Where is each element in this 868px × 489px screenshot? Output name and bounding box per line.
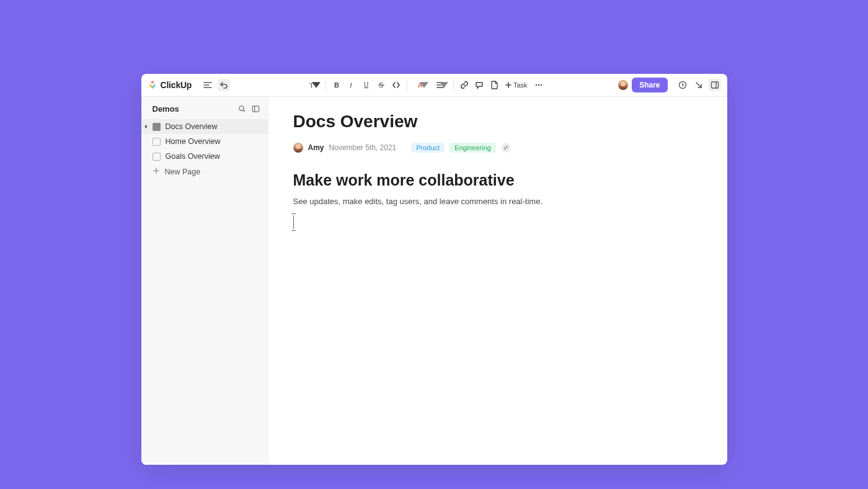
author-avatar[interactable] bbox=[293, 143, 303, 153]
svg-text:B: B bbox=[334, 81, 339, 89]
page-title[interactable]: Docs Overview bbox=[293, 112, 702, 132]
sidebar-item-label: Goals Overview bbox=[166, 152, 220, 161]
section-body[interactable]: See updates, make edits, tag users, and … bbox=[293, 195, 702, 208]
text-cursor-icon bbox=[293, 215, 294, 229]
page-icon bbox=[153, 153, 161, 161]
underline-button[interactable]: U bbox=[360, 78, 373, 92]
tag-product[interactable]: Product bbox=[411, 143, 445, 153]
sidebar-item-label: Home Overview bbox=[166, 137, 221, 146]
page-icon bbox=[153, 138, 161, 146]
attachment-button[interactable] bbox=[487, 78, 501, 92]
document-date: November 5th, 2021 bbox=[329, 143, 397, 152]
code-button[interactable] bbox=[389, 78, 403, 92]
menu-toggle-icon[interactable] bbox=[202, 79, 214, 91]
sidebar-item-label: Docs Overview bbox=[166, 122, 218, 131]
bold-button[interactable]: B bbox=[330, 78, 343, 92]
sidebar: Demos Docs Overview Home Overview Goal bbox=[141, 97, 268, 465]
svg-point-13 bbox=[239, 105, 244, 110]
svg-point-8 bbox=[538, 84, 539, 86]
app-window: ClickUp T B I U S A bbox=[141, 74, 727, 465]
sidebar-item-home-overview[interactable]: Home Overview bbox=[141, 134, 268, 149]
sidebar-header: Demos bbox=[141, 97, 268, 119]
sidebar-title: Demos bbox=[153, 104, 179, 114]
document-meta: Amy November 5th, 2021 Product Engineeri… bbox=[293, 143, 702, 153]
strikethrough-button[interactable]: S bbox=[374, 78, 388, 92]
add-task-button[interactable]: Task bbox=[502, 80, 531, 90]
sidebar-item-label: New Page bbox=[165, 168, 201, 176]
text-style-dropdown[interactable]: T bbox=[303, 78, 322, 92]
toolbar-divider bbox=[326, 79, 326, 91]
author-name: Amy bbox=[308, 143, 324, 152]
italic-button[interactable]: I bbox=[345, 78, 358, 92]
share-button[interactable]: Share bbox=[632, 78, 667, 92]
link-button[interactable] bbox=[458, 78, 471, 92]
panel-toggle-icon[interactable] bbox=[709, 79, 721, 91]
sidebar-item-goals-overview[interactable]: Goals Overview bbox=[141, 149, 268, 164]
topbar-right-actions: Share bbox=[618, 78, 720, 92]
more-menu-button[interactable] bbox=[532, 78, 546, 92]
plus-icon bbox=[153, 167, 160, 176]
history-icon[interactable] bbox=[676, 79, 689, 91]
comment-button[interactable] bbox=[472, 78, 486, 92]
search-icon[interactable] bbox=[237, 103, 248, 114]
section-heading[interactable]: Make work more collaborative bbox=[293, 171, 702, 189]
sidebar-list: Docs Overview Home Overview Goals Overvi… bbox=[141, 119, 268, 179]
svg-text:U: U bbox=[364, 81, 368, 88]
undo-icon[interactable] bbox=[218, 79, 230, 91]
tag-engineering[interactable]: Engineering bbox=[450, 143, 496, 153]
sidebar-item-docs-overview[interactable]: Docs Overview bbox=[141, 119, 268, 134]
svg-rect-14 bbox=[252, 105, 259, 111]
svg-text:I: I bbox=[349, 81, 353, 89]
add-tag-button[interactable] bbox=[501, 143, 511, 153]
clickup-logo-icon bbox=[148, 80, 157, 90]
svg-point-9 bbox=[540, 84, 541, 86]
body: Demos Docs Overview Home Overview Goal bbox=[141, 97, 727, 465]
user-avatar[interactable] bbox=[618, 80, 628, 90]
page-icon bbox=[153, 123, 161, 131]
brand: ClickUp bbox=[148, 80, 192, 90]
svg-point-7 bbox=[535, 84, 536, 86]
sidebar-panel-icon[interactable] bbox=[250, 103, 262, 114]
align-dropdown[interactable] bbox=[431, 78, 450, 92]
text-color-dropdown[interactable]: A bbox=[411, 78, 430, 92]
topbar: ClickUp T B I U S A bbox=[141, 74, 727, 97]
formatting-toolbar: T B I U S A Task bbox=[303, 78, 546, 92]
sidebar-new-page[interactable]: New Page bbox=[141, 164, 268, 179]
toolbar-divider bbox=[453, 79, 454, 91]
toolbar-divider bbox=[407, 79, 407, 91]
brand-name: ClickUp bbox=[161, 80, 192, 90]
task-label: Task bbox=[513, 81, 528, 89]
document-content[interactable]: Docs Overview Amy November 5th, 2021 Pro… bbox=[268, 97, 727, 465]
svg-rect-11 bbox=[711, 82, 718, 88]
export-arrow-icon[interactable] bbox=[693, 79, 705, 91]
